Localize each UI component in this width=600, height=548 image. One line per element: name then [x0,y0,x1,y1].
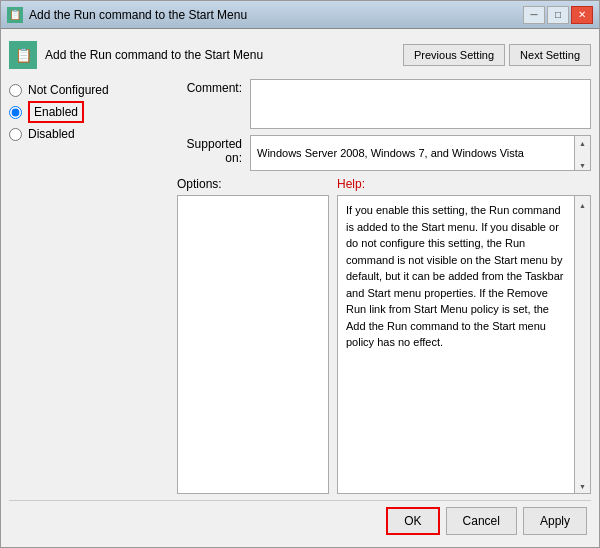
next-setting-button[interactable]: Next Setting [509,44,591,66]
ok-button[interactable]: OK [386,507,439,535]
main-window: 📋 Add the Run command to the Start Menu … [0,0,600,548]
not-configured-radio[interactable]: Not Configured [9,83,169,97]
help-options-row: Options: Help: If you enable this settin… [177,177,591,494]
minimize-button[interactable]: ─ [523,6,545,24]
comment-row: Comment: [177,79,591,129]
cancel-button[interactable]: Cancel [446,507,517,535]
enabled-input[interactable] [9,106,22,119]
enabled-label: Enabled [28,101,84,123]
help-section: Help: If you enable this setting, the Ru… [337,177,591,494]
policy-icon: 📋 [9,41,37,69]
supported-row: Supported on: Windows Server 2008, Windo… [177,135,591,171]
disabled-label: Disabled [28,127,75,141]
supported-label: Supported on: [177,135,242,165]
title-controls: ─ □ ✕ [523,6,593,24]
comment-label: Comment: [177,79,242,95]
right-panel: Comment: Supported on: Windows Server 20… [177,79,591,494]
nav-buttons: Previous Setting Next Setting [403,44,591,66]
options-box [177,195,329,494]
top-bar-left: 📋 Add the Run command to the Start Menu [9,41,263,69]
radio-group: Not Configured Enabled Disabled [9,79,169,145]
restore-button[interactable]: □ [547,6,569,24]
title-bar: 📋 Add the Run command to the Start Menu … [1,1,599,29]
help-scroll-up[interactable] [579,196,586,213]
window-title: Add the Run command to the Start Menu [29,8,247,22]
top-bar: 📋 Add the Run command to the Start Menu … [9,37,591,73]
comment-input[interactable] [250,79,591,129]
help-label: Help: [337,177,591,191]
supported-scrollbar[interactable] [574,136,590,170]
title-bar-left: 📋 Add the Run command to the Start Menu [7,7,247,23]
prev-setting-button[interactable]: Previous Setting [403,44,505,66]
close-button[interactable]: ✕ [571,6,593,24]
help-text: If you enable this setting, the Run comm… [346,202,582,351]
options-section: Options: [177,177,329,494]
supported-scroll-up[interactable] [579,136,586,148]
left-panel: Not Configured Enabled Disabled [9,79,169,494]
not-configured-input[interactable] [9,84,22,97]
bottom-bar: OK Cancel Apply [9,500,591,539]
content-area: 📋 Add the Run command to the Start Menu … [1,29,599,547]
supported-box: Windows Server 2008, Windows 7, and Wind… [250,135,591,171]
supported-text: Windows Server 2008, Windows 7, and Wind… [257,147,542,159]
help-scrollbar[interactable] [574,196,590,493]
disabled-radio[interactable]: Disabled [9,127,169,141]
not-configured-label: Not Configured [28,83,109,97]
supported-scroll-down[interactable] [579,158,586,170]
help-scroll-down[interactable] [579,477,586,494]
disabled-input[interactable] [9,128,22,141]
options-label: Options: [177,177,329,191]
main-section: Not Configured Enabled Disabled Comm [9,79,591,494]
policy-title: Add the Run command to the Start Menu [45,48,263,62]
apply-button[interactable]: Apply [523,507,587,535]
window-icon: 📋 [7,7,23,23]
help-text-box: If you enable this setting, the Run comm… [337,195,591,494]
enabled-radio[interactable]: Enabled [9,101,169,123]
